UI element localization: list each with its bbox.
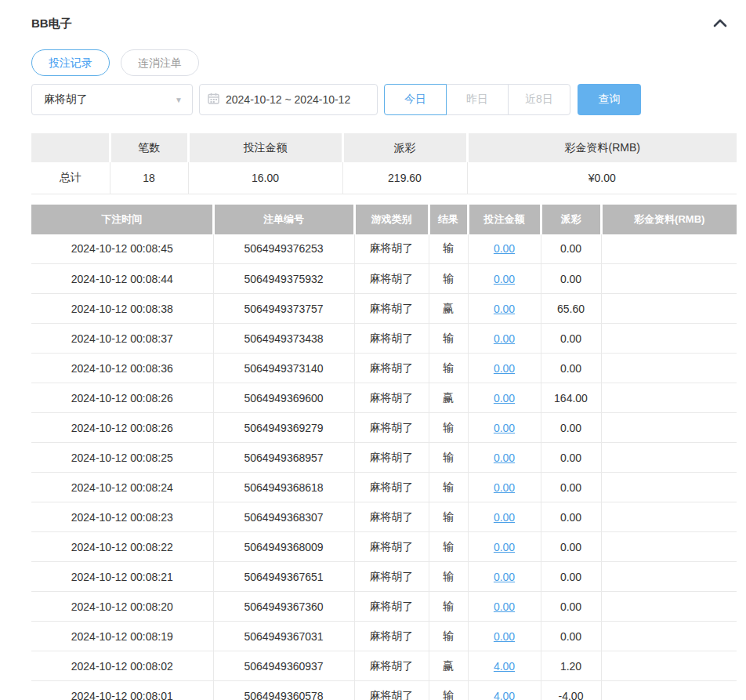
bet-id-cell: 5064949360578 (213, 681, 354, 700)
collapse-button[interactable] (712, 16, 729, 31)
bet-amount-link[interactable]: 4.00 (494, 690, 515, 700)
result-cell: 输 (429, 681, 468, 700)
bet-amount-cell: 0.00 (468, 532, 541, 562)
bet-amount-cell: 4.00 (468, 681, 541, 700)
bet-id-cell: 5064949369279 (213, 413, 354, 443)
game-type-selected-value: 麻将胡了 (44, 92, 88, 107)
game-type-cell: 麻将胡了 (354, 264, 429, 294)
summary-total-row: 总计 18 16.00 219.60 ¥0.00 (31, 162, 737, 194)
yesterday-button[interactable]: 昨日 (446, 84, 509, 115)
result-cell: 输 (429, 532, 468, 562)
result-cell: 输 (429, 324, 468, 354)
game-type-cell: 麻将胡了 (354, 622, 429, 651)
bet-id-cell: 5064949367360 (213, 592, 354, 622)
bonus-cell (601, 234, 737, 264)
bet-id-cell: 5064949373140 (213, 354, 354, 383)
game-type-cell: 麻将胡了 (354, 413, 429, 443)
payout-cell: 0.00 (541, 324, 601, 354)
summary-total-bonus: ¥0.00 (467, 162, 737, 194)
bet-amount-cell: 0.00 (468, 354, 541, 383)
game-type-cell: 麻将胡了 (354, 592, 429, 622)
table-row: 2024-10-12 00:08:015064949360578麻将胡了输4.0… (31, 681, 737, 700)
game-type-cell: 麻将胡了 (354, 651, 429, 681)
bet-amount-link[interactable]: 0.00 (494, 541, 515, 553)
bet-time-cell: 2024-10-12 00:08:37 (31, 324, 213, 354)
bet-time-cell: 2024-10-12 00:08:44 (31, 264, 213, 294)
bet-amount-link[interactable]: 0.00 (494, 273, 515, 285)
bet-amount-link[interactable]: 0.00 (494, 362, 515, 375)
table-row: 2024-10-12 00:08:215064949367651麻将胡了输0.0… (31, 562, 737, 592)
bet-amount-cell: 0.00 (468, 234, 541, 264)
payout-cell: 0.00 (541, 354, 601, 383)
bonus-cell (601, 473, 737, 502)
bet-amount-link[interactable]: 4.00 (494, 660, 515, 673)
table-row: 2024-10-12 00:08:235064949368307麻将胡了输0.0… (31, 502, 737, 532)
table-row: 2024-10-12 00:08:265064949369600麻将胡了赢0.0… (31, 383, 737, 413)
result-cell: 输 (429, 592, 468, 622)
bonus-cell (601, 354, 737, 383)
bet-id-cell: 5064949367031 (213, 622, 354, 651)
bet-amount-cell: 0.00 (468, 502, 541, 532)
result-cell: 输 (429, 502, 468, 532)
column-header: 投注金额 (468, 205, 541, 234)
bet-amount-cell: 0.00 (468, 473, 541, 502)
tab-bet-records[interactable]: 投注记录 (31, 49, 110, 76)
bet-amount-link[interactable]: 0.00 (494, 571, 515, 583)
summary-table: 笔数 投注金额 派彩 彩金资料(RMB) 总计 18 16.00 219.60 … (31, 133, 737, 194)
result-cell: 赢 (429, 651, 468, 681)
bonus-cell (601, 264, 737, 294)
game-type-select[interactable]: 麻将胡了 ▼ (31, 84, 193, 115)
payout-cell: 0.00 (541, 622, 601, 651)
summary-header-row: 笔数 投注金额 派彩 彩金资料(RMB) (31, 133, 737, 162)
chevron-down-icon: ▼ (175, 96, 183, 104)
bet-amount-cell: 0.00 (468, 294, 541, 324)
column-header: 注单编号 (213, 205, 354, 234)
summary-total-payout: 219.60 (342, 162, 467, 194)
bet-time-cell: 2024-10-12 00:08:26 (31, 383, 213, 413)
today-button[interactable]: 今日 (384, 84, 447, 115)
bet-amount-link[interactable]: 0.00 (494, 630, 515, 643)
bet-amount-link[interactable]: 0.00 (494, 303, 515, 315)
bet-id-cell: 5064949373438 (213, 324, 354, 354)
bonus-cell (601, 413, 737, 443)
result-cell: 输 (429, 264, 468, 294)
game-type-cell: 麻将胡了 (354, 354, 429, 383)
summary-total-label: 总计 (31, 162, 110, 194)
bet-amount-link[interactable]: 0.00 (494, 481, 515, 494)
bet-amount-link[interactable]: 0.00 (494, 422, 515, 434)
calendar-icon (208, 92, 226, 107)
bet-amount-link[interactable]: 0.00 (494, 511, 515, 524)
bet-time-cell: 2024-10-12 00:08:23 (31, 502, 213, 532)
bet-records-panel: BB电子 投注记录 连消注单 麻将胡了 ▼ 2024-10-12 ~ 2024-… (31, 0, 737, 700)
tab-cancelled-bets[interactable]: 连消注单 (121, 49, 199, 76)
query-button[interactable]: 查询 (578, 84, 641, 115)
result-cell: 输 (429, 234, 468, 264)
date-range-input[interactable]: 2024-10-12 ~ 2024-10-12 (199, 84, 378, 115)
bet-id-cell: 5064949368009 (213, 532, 354, 562)
bet-amount-link[interactable]: 0.00 (494, 242, 515, 255)
bonus-cell (601, 502, 737, 532)
bet-amount-link[interactable]: 0.00 (494, 392, 515, 404)
bonus-cell (601, 562, 737, 592)
quick-date-button-group: 今日 昨日 近8日 (384, 84, 570, 115)
bonus-cell (601, 622, 737, 651)
bet-amount-link[interactable]: 0.00 (494, 332, 515, 345)
summary-header-empty (31, 133, 110, 162)
bet-amount-link[interactable]: 0.00 (494, 600, 515, 613)
last-8-days-button[interactable]: 近8日 (508, 84, 570, 115)
bonus-cell (601, 651, 737, 681)
bet-amount-cell: 0.00 (468, 264, 541, 294)
bonus-cell (601, 294, 737, 324)
result-cell: 赢 (429, 383, 468, 413)
bet-time-cell: 2024-10-12 00:08:36 (31, 354, 213, 383)
summary-total-count: 18 (110, 162, 188, 194)
bet-time-cell: 2024-10-12 00:08:22 (31, 532, 213, 562)
payout-cell: 65.60 (541, 294, 601, 324)
bet-amount-cell: 4.00 (468, 651, 541, 681)
payout-cell: 0.00 (541, 443, 601, 473)
result-cell: 赢 (429, 294, 468, 324)
panel-header: BB电子 (31, 14, 737, 33)
summary-header-bonus: 彩金资料(RMB) (467, 133, 737, 162)
bet-time-cell: 2024-10-12 00:08:24 (31, 473, 213, 502)
bet-amount-link[interactable]: 0.00 (494, 452, 515, 464)
